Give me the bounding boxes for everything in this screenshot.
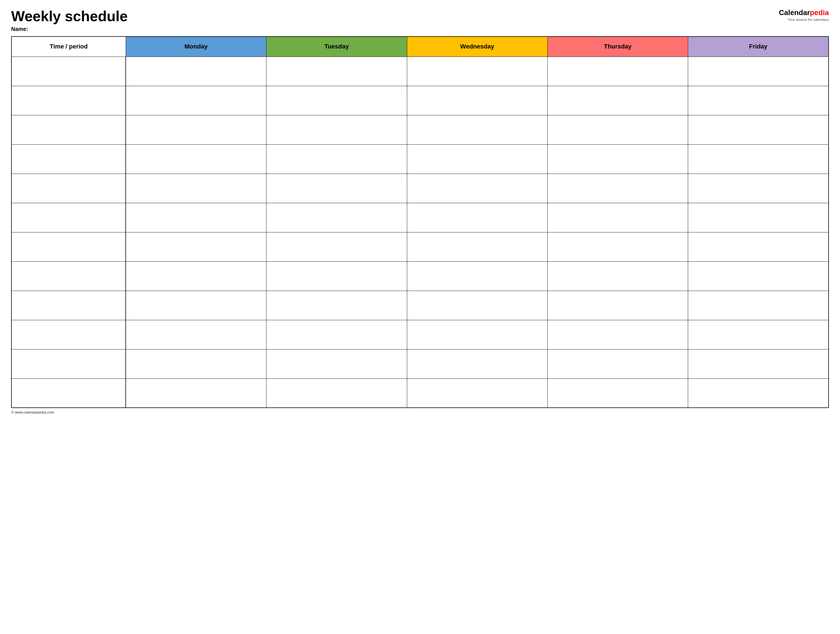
schedule-cell[interactable] <box>688 115 829 144</box>
time-cell[interactable] <box>11 379 126 408</box>
schedule-cell[interactable] <box>688 57 829 86</box>
schedule-cell[interactable] <box>267 320 407 349</box>
table-row <box>11 232 829 262</box>
schedule-cell[interactable] <box>688 262 829 291</box>
time-cell[interactable] <box>11 320 126 349</box>
schedule-cell[interactable] <box>407 86 547 115</box>
schedule-cell[interactable] <box>547 203 688 232</box>
logo-pedia-part: pedia <box>810 8 829 17</box>
schedule-cell[interactable] <box>126 203 266 232</box>
schedule-cell[interactable] <box>407 262 547 291</box>
schedule-cell[interactable] <box>126 262 266 291</box>
schedule-cell[interactable] <box>126 320 266 349</box>
table-row <box>11 379 829 408</box>
schedule-cell[interactable] <box>267 379 407 408</box>
schedule-cell[interactable] <box>267 349 407 379</box>
schedule-cell[interactable] <box>547 262 688 291</box>
schedule-cell[interactable] <box>267 86 407 115</box>
schedule-cell[interactable] <box>126 379 266 408</box>
schedule-cell[interactable] <box>547 86 688 115</box>
time-cell[interactable] <box>11 57 126 86</box>
schedule-cell[interactable] <box>547 57 688 86</box>
name-label: Name: <box>11 26 128 32</box>
schedule-cell[interactable] <box>407 173 547 203</box>
schedule-cell[interactable] <box>126 115 266 144</box>
col-header-tuesday: Tuesday <box>267 36 407 57</box>
col-header-monday: Monday <box>126 36 266 57</box>
schedule-cell[interactable] <box>688 86 829 115</box>
schedule-cell[interactable] <box>547 232 688 262</box>
schedule-cell[interactable] <box>126 57 266 86</box>
time-cell[interactable] <box>11 232 126 262</box>
schedule-cell[interactable] <box>267 57 407 86</box>
logo-text: Calendarpedia <box>779 8 829 17</box>
schedule-cell[interactable] <box>688 379 829 408</box>
schedule-cell[interactable] <box>407 291 547 320</box>
schedule-cell[interactable] <box>267 232 407 262</box>
schedule-cell[interactable] <box>126 232 266 262</box>
table-row <box>11 115 829 144</box>
schedule-cell[interactable] <box>407 232 547 262</box>
schedule-cell[interactable] <box>407 115 547 144</box>
col-header-friday: Friday <box>688 36 829 57</box>
logo-calendar-part: Calendar <box>779 8 810 17</box>
table-row <box>11 203 829 232</box>
schedule-cell[interactable] <box>267 173 407 203</box>
time-cell[interactable] <box>11 144 126 173</box>
schedule-cell[interactable] <box>407 144 547 173</box>
schedule-cell[interactable] <box>547 291 688 320</box>
time-cell[interactable] <box>11 203 126 232</box>
schedule-cell[interactable] <box>407 57 547 86</box>
schedule-cell[interactable] <box>688 320 829 349</box>
schedule-cell[interactable] <box>547 144 688 173</box>
header-row: Time / period Monday Tuesday Wednesday T… <box>11 36 829 57</box>
time-cell[interactable] <box>11 349 126 379</box>
schedule-body <box>11 57 829 408</box>
schedule-cell[interactable] <box>688 232 829 262</box>
schedule-cell[interactable] <box>267 115 407 144</box>
schedule-cell[interactable] <box>688 144 829 173</box>
schedule-cell[interactable] <box>126 173 266 203</box>
col-header-thursday: Thursday <box>547 36 688 57</box>
table-row <box>11 320 829 349</box>
logo-area: Calendarpedia Your source for calendars <box>779 8 829 22</box>
schedule-cell[interactable] <box>547 115 688 144</box>
schedule-cell[interactable] <box>126 144 266 173</box>
schedule-cell[interactable] <box>126 291 266 320</box>
table-row <box>11 144 829 173</box>
schedule-cell[interactable] <box>688 203 829 232</box>
schedule-cell[interactable] <box>267 291 407 320</box>
schedule-cell[interactable] <box>407 203 547 232</box>
time-cell[interactable] <box>11 262 126 291</box>
schedule-cell[interactable] <box>547 173 688 203</box>
schedule-cell[interactable] <box>407 379 547 408</box>
time-cell[interactable] <box>11 291 126 320</box>
col-header-time: Time / period <box>11 36 126 57</box>
schedule-cell[interactable] <box>547 379 688 408</box>
time-cell[interactable] <box>11 173 126 203</box>
table-row <box>11 262 829 291</box>
table-row <box>11 173 829 203</box>
schedule-cell[interactable] <box>267 203 407 232</box>
schedule-cell[interactable] <box>688 173 829 203</box>
col-header-wednesday: Wednesday <box>407 36 547 57</box>
schedule-cell[interactable] <box>407 320 547 349</box>
schedule-cell[interactable] <box>126 86 266 115</box>
schedule-cell[interactable] <box>126 349 266 379</box>
time-cell[interactable] <box>11 115 126 144</box>
schedule-cell[interactable] <box>267 262 407 291</box>
schedule-cell[interactable] <box>267 144 407 173</box>
table-row <box>11 349 829 379</box>
schedule-cell[interactable] <box>547 320 688 349</box>
schedule-cell[interactable] <box>688 291 829 320</box>
schedule-cell[interactable] <box>688 349 829 379</box>
title-area: Weekly schedule Name: <box>11 8 128 32</box>
schedule-cell[interactable] <box>407 349 547 379</box>
schedule-cell[interactable] <box>547 349 688 379</box>
table-row <box>11 57 829 86</box>
table-row <box>11 291 829 320</box>
schedule-table: Time / period Monday Tuesday Wednesday T… <box>11 36 829 408</box>
page-title: Weekly schedule <box>11 8 128 24</box>
time-cell[interactable] <box>11 86 126 115</box>
table-row <box>11 86 829 115</box>
